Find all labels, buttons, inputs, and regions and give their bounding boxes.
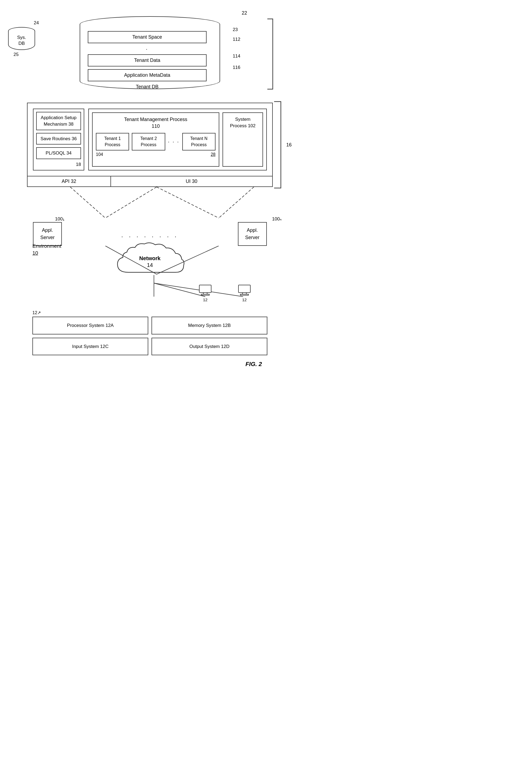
svg-line-2 <box>157 187 219 218</box>
tenant-db-section: 22 Tenant Space · Tenant Data Applicatio… <box>16 16 283 92</box>
client-device-2: 12 <box>238 284 251 302</box>
client-ref-1: 12 <box>199 297 212 302</box>
tenant-db-cylinder: Tenant Space · Tenant Data Application M… <box>80 16 220 92</box>
ui-cell: UI 30 <box>111 176 272 186</box>
client-ref-2: 12 <box>238 297 251 302</box>
tenantN-proc: Tenant NProcess <box>182 133 216 150</box>
ref-28: 28 <box>211 152 216 157</box>
tenant2-proc: Tenant 2Process <box>132 133 165 150</box>
left-panel: Application Setup Mechanism 38 Save Rout… <box>33 108 84 170</box>
db-refs: 23 112 114 116 <box>233 27 240 70</box>
memory-box: Memory System 12B <box>151 317 267 334</box>
appl-servers-row: Appl.Server 100₁ · · · · · · · · Appl.Se… <box>22 222 278 246</box>
app-metadata-row: Application MetaData <box>88 69 207 81</box>
tenant-space-row: Tenant Space <box>88 31 207 43</box>
tenant-mgmt-box: Tenant Management Process110 Tenant 1Pro… <box>92 112 219 167</box>
processor-box: Processor System 12A <box>32 317 148 334</box>
tenant-processes-row: Tenant 1Process Tenant 2Process · · · Te… <box>96 133 216 150</box>
environment-area: Environment 10 <box>32 243 283 256</box>
api-ui-bar: API 32 UI 30 <box>27 176 273 187</box>
ref-104: 104 <box>96 152 103 157</box>
db-dots: · <box>88 46 207 52</box>
svg-rect-16 <box>240 294 249 295</box>
ref-16-area: 16 <box>274 103 292 187</box>
ref-114: 114 <box>233 54 240 59</box>
bottom-system-section: 12↗ Processor System 12A Memory System 1… <box>32 310 267 355</box>
app-server-inner: Application Setup Mechanism 38 Save Rout… <box>33 108 267 170</box>
system-proc-box: System Process 102 <box>223 112 263 167</box>
app-server-block: Application Setup Mechanism 38 Save Rout… <box>27 103 273 176</box>
client-device-2-svg <box>238 284 251 296</box>
client-device-1: 12 <box>199 284 212 302</box>
server1-container: Appl.Server 100₁ <box>33 222 62 246</box>
svg-line-1 <box>105 187 157 218</box>
ref-18: 18 <box>36 162 81 167</box>
network-clients: 12 12 <box>22 275 278 302</box>
db-bracket-svg <box>267 16 275 92</box>
tenant-refs: 104 28 <box>96 152 216 157</box>
tenant-db-label: Tenant DB <box>88 84 207 90</box>
bottom-sys-grid: Processor System 12A Memory System 12B I… <box>32 317 267 355</box>
ref-16-label: 16 <box>286 142 292 148</box>
bracket-16-svg <box>274 99 285 191</box>
fig-label: FIG. 2 <box>16 361 262 368</box>
output-box: Output System 12D <box>151 338 267 355</box>
tenant-data-row: Tenant Data <box>88 54 207 67</box>
tenant-mgmt-title: Tenant Management Process110 <box>96 116 216 130</box>
api-cell: API 32 <box>28 176 111 186</box>
db-inner-content: Tenant Space · Tenant Data Application M… <box>88 31 207 90</box>
input-box: Input System 12C <box>32 338 148 355</box>
svg-line-0 <box>70 187 105 218</box>
right-panel: Tenant Management Process110 Tenant 1Pro… <box>88 108 267 170</box>
pl-soql-box: PL/SOQL 34 <box>36 147 81 159</box>
appl-server-1: Appl.Server <box>33 222 62 246</box>
save-routines-box: Save Routines 36 <box>36 133 81 145</box>
svg-rect-11 <box>199 285 211 292</box>
ref-22: 22 <box>242 10 247 16</box>
system-ref-label: 12↗ <box>32 310 267 315</box>
client-device-1-svg <box>199 284 212 296</box>
env-ref: 10 <box>32 250 283 256</box>
ref-112: 112 <box>233 37 240 42</box>
server2-container: Appl.Server 100ₙ <box>238 222 267 246</box>
app-server-section: 16 Application Setup Mechanism 38 Save R… <box>22 103 278 187</box>
environment-label: Environment <box>32 243 283 249</box>
appl-server-n: Appl.Server <box>238 222 267 246</box>
svg-line-3 <box>219 187 254 218</box>
tenant1-proc: Tenant 1Process <box>96 133 129 150</box>
asm-box: Application Setup Mechanism 38 <box>36 112 81 130</box>
ref-100-n: 100ₙ <box>272 216 281 222</box>
ref-23: 23 <box>233 27 240 32</box>
ref-100-1: 100₁ <box>55 216 65 222</box>
svg-rect-14 <box>239 285 250 292</box>
ref-116: 116 <box>233 65 240 70</box>
tenant-dots: · · · <box>168 138 180 145</box>
svg-rect-13 <box>201 294 209 295</box>
